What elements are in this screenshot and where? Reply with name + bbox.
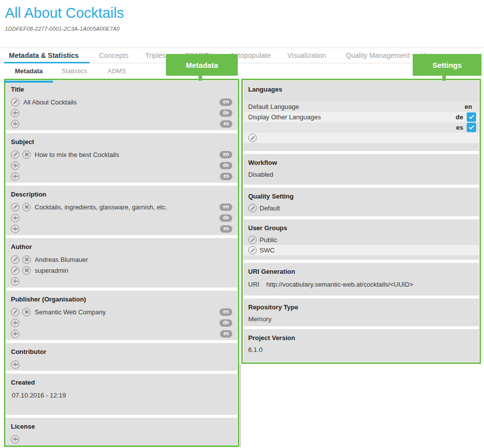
edit-icon[interactable]: [248, 204, 257, 212]
section-heading: Author: [11, 243, 232, 250]
remove-icon[interactable]: [22, 150, 31, 159]
field-value: How to mix the best Cocktails: [35, 151, 119, 158]
add-icon[interactable]: [11, 214, 19, 222]
edit-icon[interactable]: [11, 150, 19, 159]
language-checkbox[interactable]: [467, 112, 476, 122]
subtab-statistics[interactable]: Statistics: [61, 64, 87, 79]
add-icon[interactable]: [11, 109, 19, 117]
edit-icon[interactable]: [248, 134, 257, 142]
page-title: All About Cocktails: [5, 5, 124, 21]
edit-icon[interactable]: [248, 246, 257, 254]
add-icon[interactable]: [11, 435, 19, 444]
language-row: es: [243, 122, 479, 133]
metadata-panel: Title All About Cocktails en de es Subje…: [4, 79, 239, 447]
lang-badge: de: [219, 162, 232, 169]
field-value: Memory: [248, 315, 271, 323]
tab-metadata-statistics[interactable]: Metadata & Statistics: [9, 48, 79, 63]
sub-tab-bar: Metadata Statistics ADMS: [0, 64, 484, 79]
lang-badge: en: [219, 99, 232, 106]
tab-triples[interactable]: Triples: [145, 48, 166, 63]
edit-icon[interactable]: [11, 98, 19, 106]
field-value: All About Cocktails: [23, 99, 77, 106]
active-tab-underline: [4, 62, 90, 63]
user-group-name: Public: [260, 236, 277, 244]
lang-badge: es: [220, 330, 232, 338]
edit-icon[interactable]: [11, 203, 19, 211]
section-heading: Workflow: [248, 159, 474, 166]
metadata-row: [11, 276, 232, 287]
metadata-row: es: [11, 171, 232, 182]
metadata-row: de: [11, 317, 232, 328]
remove-icon[interactable]: [22, 266, 31, 275]
section-workflow: Workflow Disabled: [243, 154, 479, 185]
metadata-row: de: [11, 107, 232, 118]
language-row: Display Other Languages de: [243, 112, 479, 122]
tab-quality-management[interactable]: Quality Management: [346, 48, 410, 63]
add-icon[interactable]: [11, 277, 19, 286]
tab-visualization[interactable]: Visualization: [287, 48, 326, 63]
section-heading: Created: [11, 379, 232, 386]
check-icon: [469, 124, 474, 130]
field-value: Default: [260, 204, 280, 212]
add-icon[interactable]: [11, 360, 19, 369]
edit-icon[interactable]: [248, 236, 257, 244]
section-license: License: [6, 418, 237, 447]
remove-icon[interactable]: [22, 308, 31, 316]
lang-badge: en: [219, 203, 232, 211]
section-languages: Languages Default Language en Display Ot…: [243, 81, 479, 151]
lang-badge: es: [220, 173, 232, 180]
metadata-row: es: [11, 223, 232, 234]
language-row: Default Language en: [243, 101, 479, 112]
subtab-adms[interactable]: ADMS: [108, 64, 126, 79]
add-icon[interactable]: [11, 172, 19, 181]
active-subtab-underline: [4, 81, 53, 83]
edit-icon[interactable]: [11, 266, 19, 275]
metadata-row: Cocktails, ingredients, glassware, garni…: [11, 201, 232, 212]
add-icon[interactable]: [11, 330, 19, 338]
tab-concepts[interactable]: Concepts: [99, 48, 128, 63]
user-group-name: SWC: [260, 247, 274, 254]
add-icon[interactable]: [11, 319, 19, 327]
repository-type-value: Memory: [243, 314, 479, 324]
metadata-row: All About Cocktails en: [11, 97, 232, 107]
created-date: 07.10.2016 - 12:19: [11, 390, 232, 400]
add-icon[interactable]: [11, 225, 19, 233]
remove-icon[interactable]: [22, 255, 31, 264]
section-quality-setting: Quality Setting Default: [243, 188, 479, 216]
field-value: Cocktails, ingredients, glassware, garni…: [35, 203, 167, 211]
edit-icon[interactable]: [11, 308, 19, 316]
user-group-row: SWC: [243, 245, 479, 255]
project-version-value: 6.1.0: [243, 345, 479, 355]
section-publisher: Publisher (Organisation) Semantic Web Co…: [6, 291, 237, 340]
lang-badge: es: [220, 120, 232, 128]
add-icon[interactable]: [11, 120, 19, 128]
metadata-row: Semantic Web Company en: [11, 306, 232, 317]
edit-icon[interactable]: [11, 255, 19, 264]
field-value: Andreas Blumauer: [35, 256, 88, 263]
field-value: 6.1.0: [248, 346, 263, 353]
metadata-row: Andreas Blumauer: [11, 254, 232, 265]
add-icon[interactable]: [11, 161, 19, 170]
uri-pattern: http://vocabulary.semantic-web.at/cockta…: [266, 281, 413, 288]
section-author: Author Andreas Blumauer superadmin: [6, 238, 237, 288]
section-heading: URI Generation: [248, 268, 474, 275]
settings-panel: Languages Default Language en Display Ot…: [241, 79, 481, 364]
section-description: Description Cocktails, ingredients, glas…: [6, 186, 237, 235]
lang-code: en: [465, 103, 472, 110]
workflow-value: Disabled: [243, 169, 479, 180]
column-divider: [240, 364, 241, 447]
edit-languages-row: [243, 133, 479, 143]
lang-badge: en: [219, 308, 232, 316]
section-contributor: Contributor: [6, 343, 237, 371]
lang-badge: de: [219, 214, 232, 222]
metadata-callout-label: Metadata: [166, 54, 238, 76]
remove-icon[interactable]: [22, 203, 31, 211]
subtab-metadata[interactable]: Metadata: [15, 64, 43, 79]
section-title: Title All About Cocktails en de es: [6, 81, 237, 130]
section-uri-generation: URI Generation URI http://vocabulary.sem…: [243, 263, 479, 296]
section-heading: Project Version: [248, 334, 474, 342]
metadata-row: de: [11, 160, 232, 171]
language-checkbox[interactable]: [467, 123, 476, 132]
settings-callout-label: Settings: [413, 54, 482, 76]
lang-badge: de: [219, 319, 232, 327]
